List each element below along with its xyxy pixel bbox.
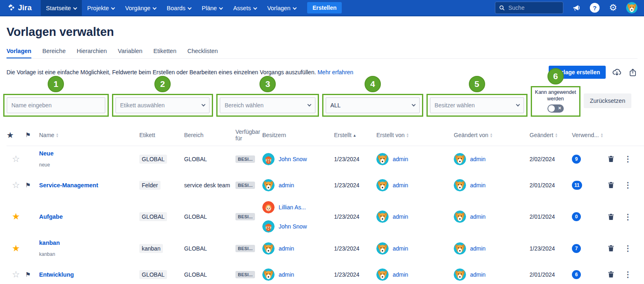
column-header-erstellt[interactable]: Erstellt▴ xyxy=(334,132,376,138)
more-actions-button[interactable]: ⋮ xyxy=(623,269,633,280)
template-name-link[interactable]: Aufgabe xyxy=(39,213,63,220)
label-filter-select[interactable]: Etikett auswählen xyxy=(115,97,210,113)
column-label: Erstellt xyxy=(334,132,352,138)
favorite-star-toggle[interactable]: ★ xyxy=(12,211,20,222)
owner-filter-placeholder: Besitzer wählen xyxy=(435,102,475,109)
export-share-icon[interactable] xyxy=(628,68,637,77)
availability-tag[interactable]: BESI... xyxy=(235,245,255,252)
column-header-geaendert[interactable]: Geändert▴▾ xyxy=(530,132,572,138)
label-tag: Felder xyxy=(139,181,160,190)
area-text: GLOBAL xyxy=(184,245,207,252)
owner-link[interactable]: admin xyxy=(279,271,294,278)
tab-vorlagen[interactable]: Vorlagen xyxy=(7,48,31,58)
tab-bereiche[interactable]: Bereiche xyxy=(42,48,66,58)
column-header-verfuegbar_fuer[interactable]: Verfügbar für▴▾ xyxy=(235,129,262,142)
global-search[interactable] xyxy=(495,2,563,14)
favorite-star-toggle[interactable]: ★ xyxy=(12,243,20,253)
usage-count-badge: 0 xyxy=(572,212,581,221)
owner-filter-select[interactable]: Besitzer wählen xyxy=(430,97,524,113)
tab-etiketten[interactable]: Etiketten xyxy=(154,48,176,58)
delete-button[interactable] xyxy=(606,154,616,164)
modified-by-link[interactable]: admin xyxy=(470,213,486,220)
column-header-name[interactable]: Name▴▾ xyxy=(39,132,139,138)
owner-link[interactable]: admin xyxy=(279,245,294,252)
nav-item-pläne[interactable]: Pläne xyxy=(196,0,228,16)
created-by-link[interactable]: admin xyxy=(393,182,408,189)
tab-variablen[interactable]: Variablen xyxy=(118,48,142,58)
table-row: ★AufgabeGLOBALGLOBALBESI...Lillian As...… xyxy=(7,198,644,235)
search-input[interactable] xyxy=(508,4,553,11)
column-header-besitzern: Besitzern xyxy=(262,132,334,138)
availability-tag[interactable]: BESI... xyxy=(235,271,255,278)
jira-logo[interactable]: Jira xyxy=(7,3,32,12)
availability-tag[interactable]: BESI... xyxy=(235,182,255,189)
created-by-link[interactable]: admin xyxy=(393,271,408,278)
nav-item-vorgänge[interactable]: Vorgänge xyxy=(120,0,161,16)
delete-button[interactable] xyxy=(606,180,616,190)
modified-by-link[interactable]: admin xyxy=(470,182,486,189)
reset-filters-button[interactable]: Zurücksetzen xyxy=(584,93,631,108)
more-actions-button[interactable]: ⋮ xyxy=(623,243,633,254)
owner-link[interactable]: Lillian As... xyxy=(279,204,306,211)
availability-tag[interactable]: BESI... xyxy=(235,155,255,163)
delete-button[interactable] xyxy=(606,269,616,280)
help-icon[interactable]: ? xyxy=(589,2,600,13)
modified-by-link[interactable]: admin xyxy=(470,271,486,278)
modified-by-link[interactable]: admin xyxy=(470,245,486,252)
favorite-star-toggle[interactable]: ☆ xyxy=(12,154,20,164)
announcements-icon[interactable] xyxy=(571,2,582,13)
template-name-link[interactable]: kanban xyxy=(39,240,60,246)
template-name-link[interactable]: Entwicklung xyxy=(39,271,74,278)
tab-checklisten[interactable]: Checklisten xyxy=(187,48,218,58)
template-name-link[interactable]: Service-Management xyxy=(39,182,98,189)
column-header-geaendert_von[interactable]: Geändert von▴▾ xyxy=(454,132,530,138)
column-header-verwendet[interactable]: Verwend...▴▾ xyxy=(572,132,606,138)
tab-hierarchien[interactable]: Hierarchien xyxy=(77,48,107,58)
templates-table: ★⚑Name▴▾EtikettBereichVerfügbar für▴▾Bes… xyxy=(0,127,644,284)
modified-by: admin xyxy=(454,179,530,191)
admin-dog-avatar xyxy=(376,211,389,223)
can-apply-toggle[interactable]: × xyxy=(547,104,564,113)
created-by-link[interactable]: admin xyxy=(393,156,408,162)
sort-down-icon: ▾ xyxy=(601,135,603,138)
nav-item-boards[interactable]: Boards xyxy=(161,0,196,16)
owner-link[interactable]: John Snow xyxy=(279,156,307,162)
owner-link[interactable]: admin xyxy=(279,182,294,189)
modified-by-link[interactable]: admin xyxy=(470,156,486,162)
all-filter-select[interactable]: ALL xyxy=(325,97,420,113)
availability-tag[interactable]: BESI... xyxy=(235,213,255,220)
nav-item-vorlagen[interactable]: Vorlagen xyxy=(262,0,301,16)
profile-avatar[interactable] xyxy=(626,2,637,13)
admin-dog-avatar xyxy=(454,268,466,281)
created-by-link[interactable]: admin xyxy=(393,213,408,220)
flag-icon: ⚑ xyxy=(25,182,31,189)
created-by: admin xyxy=(376,179,454,191)
chevron-down-icon xyxy=(411,102,415,106)
nav-item-projekte[interactable]: Projekte xyxy=(82,0,120,16)
column-header-erstellt_von[interactable]: Erstellt von▴▾ xyxy=(376,132,454,138)
sort-down-icon: ▾ xyxy=(490,135,492,138)
area-filter-select[interactable]: Bereich wählen xyxy=(220,97,316,113)
flag-icon: ⚑ xyxy=(25,271,31,278)
favorite-star-toggle[interactable]: ☆ xyxy=(12,269,20,280)
more-actions-button[interactable]: ⋮ xyxy=(623,153,633,164)
template-name-link[interactable]: Neue xyxy=(39,150,53,157)
area-text: GLOBAL xyxy=(184,156,207,162)
nav-item-assets[interactable]: Assets xyxy=(228,0,262,16)
import-cloud-icon[interactable] xyxy=(612,67,622,78)
delete-button[interactable] xyxy=(606,212,616,222)
nav-item-label: Projekte xyxy=(87,5,109,11)
favorite-star-toggle[interactable]: ☆ xyxy=(12,180,20,190)
delete-button[interactable] xyxy=(606,243,616,253)
more-actions-button[interactable]: ⋮ xyxy=(623,211,633,222)
availability-cell: BESI... xyxy=(235,155,262,163)
owner-link[interactable]: John Snow xyxy=(279,223,307,230)
nav-item-startseite[interactable]: Startseite xyxy=(41,0,82,16)
learn-more-link[interactable]: Mehr erfahren xyxy=(317,69,353,75)
question-mark-glyph: ? xyxy=(590,3,600,13)
settings-icon[interactable]: ⚙ xyxy=(608,2,618,13)
more-actions-button[interactable]: ⋮ xyxy=(623,180,633,191)
global-create-button[interactable]: Erstellen xyxy=(307,2,342,13)
created-by-link[interactable]: admin xyxy=(393,245,408,252)
name-filter-input[interactable] xyxy=(7,97,106,113)
